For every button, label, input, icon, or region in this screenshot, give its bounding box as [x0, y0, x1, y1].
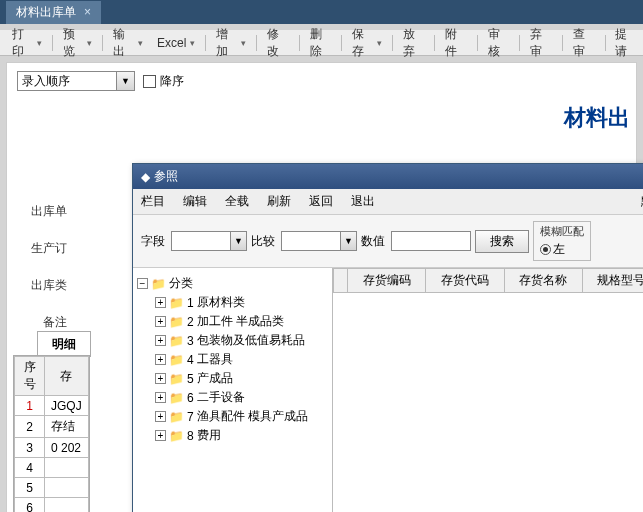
cell[interactable]	[45, 478, 89, 498]
app-tab[interactable]: 材料出库单 ×	[6, 1, 101, 24]
plus-icon[interactable]: +	[155, 316, 166, 327]
col-code[interactable]: 存货编码	[348, 269, 426, 293]
cell[interactable]: JGQJ	[45, 396, 89, 416]
plus-icon[interactable]: +	[155, 335, 166, 346]
field-label: 字段	[141, 233, 165, 250]
folder-icon	[169, 429, 184, 443]
submit-button[interactable]: 提请	[609, 23, 643, 63]
minus-icon[interactable]: −	[137, 278, 148, 289]
plus-icon[interactable]: +	[155, 411, 166, 422]
cell[interactable]: 存结	[45, 416, 89, 438]
compare-input[interactable]	[281, 231, 341, 251]
fuzzy-match-group: 模糊匹配 左	[533, 221, 591, 261]
row-num[interactable]: 1	[15, 396, 45, 416]
desc-label: 降序	[160, 73, 184, 90]
cell[interactable]: 0 202	[45, 438, 89, 458]
tree-item[interactable]: +4 工器具	[137, 350, 328, 369]
plus-icon[interactable]: +	[155, 430, 166, 441]
tree-root[interactable]: − 分类	[137, 274, 328, 293]
modify-button[interactable]: 修改	[261, 23, 295, 63]
menu-edit[interactable]: 编辑	[183, 193, 207, 210]
col-checkbox[interactable]	[334, 269, 348, 293]
menu-column[interactable]: 栏目	[141, 193, 165, 210]
tree-item[interactable]: +2 加工件 半成品类	[137, 312, 328, 331]
popup-titlebar[interactable]: ◆ 参照	[133, 164, 643, 189]
category-tree[interactable]: − 分类 +1 原材料类+2 加工件 半成品类+3 包装物及低值易耗品+4 工器…	[133, 268, 333, 512]
close-icon[interactable]: ×	[84, 5, 91, 19]
result-list[interactable]: 存货编码 存货代码 存货名称 规格型号	[333, 268, 643, 512]
tree-item-label: 二手设备	[197, 389, 245, 406]
row-num[interactable]: 2	[15, 416, 45, 438]
output-button[interactable]: 输出	[107, 23, 149, 63]
preview-button[interactable]: 预览	[57, 23, 99, 63]
menu-refresh[interactable]: 刷新	[267, 193, 291, 210]
value-input[interactable]	[391, 231, 471, 251]
col-name[interactable]: 存货名称	[504, 269, 582, 293]
row-num[interactable]: 6	[15, 498, 45, 513]
cell[interactable]	[45, 458, 89, 478]
search-button[interactable]: 搜索	[475, 230, 529, 253]
folder-icon	[169, 410, 184, 424]
attach-button[interactable]: 附件	[439, 23, 473, 63]
tree-item[interactable]: +1 原材料类	[137, 293, 328, 312]
tree-item[interactable]: +3 包装物及低值易耗品	[137, 331, 328, 350]
tree-item-code: 3	[187, 334, 194, 348]
menu-loadall[interactable]: 全载	[225, 193, 249, 210]
field-input[interactable]	[171, 231, 231, 251]
form-label-2: 生产订	[17, 240, 67, 257]
print-button[interactable]: 打印	[6, 23, 48, 63]
unaudit-button[interactable]: 弃审	[524, 23, 558, 63]
row-num[interactable]: 3	[15, 438, 45, 458]
sort-order-input[interactable]	[17, 71, 117, 91]
save-button[interactable]: 保存	[346, 23, 388, 63]
plus-icon[interactable]: +	[155, 354, 166, 365]
col-spec[interactable]: 规格型号	[582, 269, 643, 293]
form-area: 出库单 生产订 出库类 备注	[17, 203, 67, 331]
tree-item[interactable]: +8 费用	[137, 426, 328, 445]
query-button[interactable]: 查审	[567, 23, 601, 63]
col-stock[interactable]: 存	[45, 357, 89, 396]
value-label: 数值	[361, 233, 385, 250]
plus-icon[interactable]: +	[155, 297, 166, 308]
abandon-button[interactable]: 放弃	[397, 23, 431, 63]
tree-item[interactable]: +5 产成品	[137, 369, 328, 388]
sort-order-combo[interactable]: ▼	[17, 71, 135, 91]
tree-item[interactable]: +6 二手设备	[137, 388, 328, 407]
delete-button[interactable]: 删除	[304, 23, 338, 63]
menu-back[interactable]: 返回	[309, 193, 333, 210]
folder-icon	[169, 372, 184, 386]
tree-item-code: 7	[187, 410, 194, 424]
excel-button[interactable]: Excel	[151, 33, 201, 53]
cell[interactable]	[45, 498, 89, 513]
form-label-3: 出库类	[17, 277, 67, 294]
tree-item-label: 原材料类	[197, 294, 245, 311]
chevron-down-icon[interactable]: ▼	[341, 231, 357, 251]
field-combo[interactable]: ▼	[171, 231, 247, 251]
plus-icon[interactable]: +	[155, 373, 166, 384]
radio-icon	[540, 244, 551, 255]
tree-item-code: 4	[187, 353, 194, 367]
popup-title-text: 参照	[154, 168, 178, 185]
col-id[interactable]: 存货代码	[426, 269, 504, 293]
form-label-1: 出库单	[17, 203, 67, 220]
chevron-down-icon[interactable]: ▼	[117, 71, 135, 91]
add-button[interactable]: 增加	[210, 23, 252, 63]
detail-grid[interactable]: 序号 存 1JGQJ 2存结 30 202 4 5 6 7 8	[13, 355, 90, 512]
audit-button[interactable]: 审核	[482, 23, 516, 63]
tree-item-code: 1	[187, 296, 194, 310]
row-num[interactable]: 5	[15, 478, 45, 498]
tree-item-code: 2	[187, 315, 194, 329]
checkbox-icon	[143, 75, 156, 88]
row-num[interactable]: 4	[15, 458, 45, 478]
menu-exit[interactable]: 退出	[351, 193, 375, 210]
desc-checkbox[interactable]: 降序	[143, 73, 184, 90]
popup-menubar: 栏目 编辑 全载 刷新 返回 退出 默	[133, 189, 643, 215]
radio-left[interactable]: 左	[540, 241, 565, 258]
chevron-down-icon[interactable]: ▼	[231, 231, 247, 251]
tab-detail[interactable]: 明细	[37, 331, 91, 357]
compare-combo[interactable]: ▼	[281, 231, 357, 251]
col-seq[interactable]: 序号	[15, 357, 45, 396]
tree-item[interactable]: +7 渔具配件 模具产成品	[137, 407, 328, 426]
folder-icon	[169, 315, 184, 329]
plus-icon[interactable]: +	[155, 392, 166, 403]
